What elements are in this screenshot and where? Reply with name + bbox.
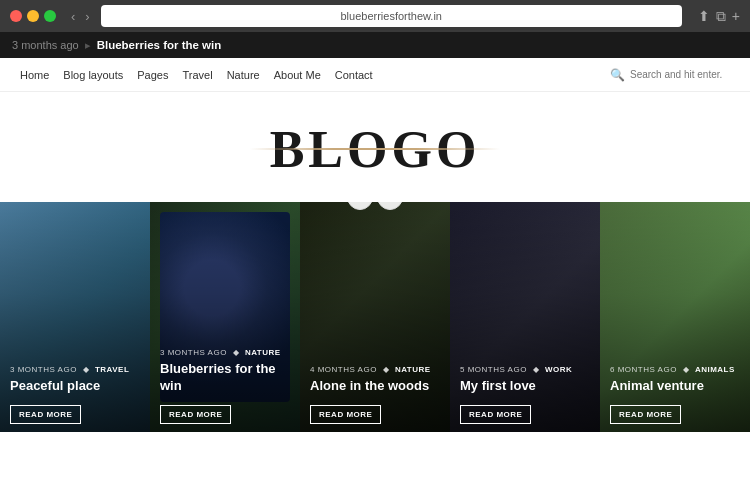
slide-1-category: TRAVEL xyxy=(95,365,129,374)
share-button[interactable]: ⬆ xyxy=(698,8,710,25)
add-tab-button[interactable]: + xyxy=(732,8,740,25)
slide-4-meta: 5 MONTHS AGO ◆ WORK xyxy=(460,365,590,374)
slide-4: 5 MONTHS AGO ◆ WORK My first love READ M… xyxy=(450,202,600,432)
nav-arrows: ‹ › xyxy=(68,9,93,24)
slide-4-read-more[interactable]: READ MORE xyxy=(460,405,531,424)
breadcrumb-separator: ▸ xyxy=(85,39,91,52)
slide-2-dot: ◆ xyxy=(233,348,240,357)
address-text: blueberriesforthew.in xyxy=(340,10,442,22)
minimize-button[interactable] xyxy=(27,10,39,22)
slide-4-age: 5 MONTHS AGO xyxy=(460,365,527,374)
slide-2-age: 3 MONTHS AGO xyxy=(160,348,227,357)
website-content: Home Blog layouts Pages Travel Nature Ab… xyxy=(0,58,750,432)
search-area: 🔍 xyxy=(610,68,730,82)
nav-contact[interactable]: Contact xyxy=(335,69,373,81)
slide-2-read-more[interactable]: READ MORE xyxy=(160,405,231,424)
slide-4-category: WORK xyxy=(545,365,572,374)
slide-5-dot: ◆ xyxy=(683,365,690,374)
slide-4-title: My first love xyxy=(460,378,590,395)
slide-5-content: 6 MONTHS AGO ◆ ANIMALS Animal venture RE… xyxy=(600,355,750,432)
slide-3-age: 4 MONTHS AGO xyxy=(310,365,377,374)
logo-area: BLOGO xyxy=(0,92,750,202)
slide-3: 4 MONTHS AGO ◆ NATURE Alone in the woods… xyxy=(300,202,450,432)
slide-2-title: Blueberries for the win xyxy=(160,361,290,395)
forward-arrow[interactable]: › xyxy=(82,9,92,24)
duplicate-button[interactable]: ⧉ xyxy=(716,8,726,25)
slide-5-age: 6 MONTHS AGO xyxy=(610,365,677,374)
slide-1-meta: 3 MONTHS AGO ◆ TRAVEL xyxy=(10,365,140,374)
slide-3-dot: ◆ xyxy=(383,365,390,374)
slide-1: 3 MONTHS AGO ◆ TRAVEL Peaceful place REA… xyxy=(0,202,150,432)
nav-pages[interactable]: Pages xyxy=(137,69,168,81)
site-logo[interactable]: BLOGO xyxy=(270,120,481,179)
slider-prev-button[interactable]: ‹ xyxy=(347,202,373,210)
slide-5-title: Animal venture xyxy=(610,378,740,395)
slide-1-dot: ◆ xyxy=(83,365,90,374)
search-input[interactable] xyxy=(630,69,730,80)
slide-4-dot: ◆ xyxy=(533,365,540,374)
maximize-button[interactable] xyxy=(44,10,56,22)
slide-3-category: NATURE xyxy=(395,365,431,374)
site-navigation: Home Blog layouts Pages Travel Nature Ab… xyxy=(0,58,750,92)
breadcrumb-time: 3 months ago xyxy=(12,39,79,51)
slide-2-category: NATURE xyxy=(245,348,281,357)
slide-5-meta: 6 MONTHS AGO ◆ ANIMALS xyxy=(610,365,740,374)
slide-5-category: ANIMALS xyxy=(695,365,735,374)
nav-blog-layouts[interactable]: Blog layouts xyxy=(63,69,123,81)
slide-1-title: Peaceful place xyxy=(10,378,140,395)
search-icon: 🔍 xyxy=(610,68,625,82)
slides-container: 3 MONTHS AGO ◆ TRAVEL Peaceful place REA… xyxy=(0,202,750,432)
slider-next-button[interactable]: › xyxy=(377,202,403,210)
close-button[interactable] xyxy=(10,10,22,22)
nav-travel[interactable]: Travel xyxy=(182,69,212,81)
slide-3-read-more[interactable]: READ MORE xyxy=(310,405,381,424)
slide-5-read-more[interactable]: READ MORE xyxy=(610,405,681,424)
nav-links: Home Blog layouts Pages Travel Nature Ab… xyxy=(20,69,373,81)
address-bar[interactable]: blueberriesforthew.in xyxy=(101,5,682,27)
nav-nature[interactable]: Nature xyxy=(227,69,260,81)
slide-1-age: 3 MONTHS AGO xyxy=(10,365,77,374)
back-arrow[interactable]: ‹ xyxy=(68,9,78,24)
featured-slider: ‹ › 3 MONTHS AGO ◆ TRAVEL Peaceful place… xyxy=(0,202,750,432)
slide-3-title: Alone in the woods xyxy=(310,378,440,395)
browser-actions: ⬆ ⧉ + xyxy=(698,8,740,25)
slide-1-content: 3 MONTHS AGO ◆ TRAVEL Peaceful place REA… xyxy=(0,355,150,432)
nav-home[interactable]: Home xyxy=(20,69,49,81)
slide-2-content: 3 MONTHS AGO ◆ NATURE Blueberries for th… xyxy=(150,338,300,432)
slide-3-content: 4 MONTHS AGO ◆ NATURE Alone in the woods… xyxy=(300,355,450,432)
slider-navigation: ‹ › xyxy=(347,202,403,210)
slide-5: 6 MONTHS AGO ◆ ANIMALS Animal venture RE… xyxy=(600,202,750,432)
slide-3-meta: 4 MONTHS AGO ◆ NATURE xyxy=(310,365,440,374)
slide-4-content: 5 MONTHS AGO ◆ WORK My first love READ M… xyxy=(450,355,600,432)
slide-2-meta: 3 MONTHS AGO ◆ NATURE xyxy=(160,348,290,357)
slide-2: 3 MONTHS AGO ◆ NATURE Blueberries for th… xyxy=(150,202,300,432)
breadcrumb-title: Blueberries for the win xyxy=(97,39,222,51)
titlebar: ‹ › blueberriesforthew.in ⬆ ⧉ + xyxy=(0,0,750,32)
nav-about-me[interactable]: About Me xyxy=(274,69,321,81)
traffic-lights xyxy=(10,10,56,22)
breadcrumb-bar: 3 months ago ▸ Blueberries for the win xyxy=(0,32,750,58)
logo-line xyxy=(250,148,501,150)
browser-window: ‹ › blueberriesforthew.in ⬆ ⧉ + 3 months… xyxy=(0,0,750,58)
slide-1-read-more[interactable]: READ MORE xyxy=(10,405,81,424)
